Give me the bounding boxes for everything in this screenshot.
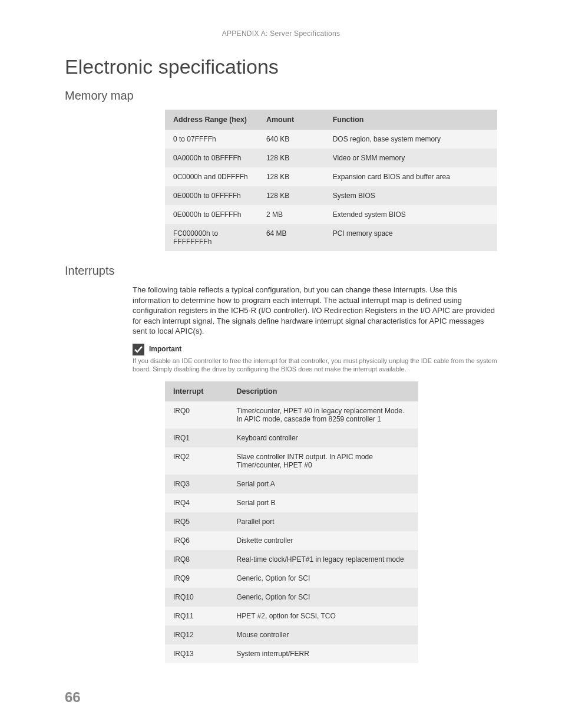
note-title: Important (149, 345, 181, 354)
table-cell: IRQ6 (165, 531, 229, 550)
table-row: IRQ4Serial port B (165, 493, 418, 512)
table-row: IRQ6Diskette controller (165, 531, 418, 550)
table-cell: 0C0000h and 0DFFFFh (165, 167, 258, 186)
table-row: 0C0000h and 0DFFFFh128 KBExpansion card … (165, 167, 497, 186)
table-cell: IRQ8 (165, 550, 229, 569)
col-header: Description (229, 381, 419, 401)
table-row: IRQ12Mouse controller (165, 625, 418, 644)
important-note: Important If you disable an IDE controll… (133, 344, 497, 374)
note-body: If you disable an IDE controller to free… (133, 357, 497, 373)
table-cell: IRQ1 (165, 429, 229, 447)
table-cell: Mouse controller (229, 625, 419, 644)
table-row: IRQ2Slave controller INTR output. In API… (165, 447, 418, 475)
table-cell: IRQ3 (165, 475, 229, 493)
table-cell: IRQ2 (165, 447, 229, 475)
table-header-row: Interrupt Description (165, 381, 418, 401)
page-title: Electronic specifications (65, 55, 497, 78)
table-cell: Extended system BIOS (325, 205, 497, 224)
table-cell: 0 to 07FFFFh (165, 130, 258, 149)
table-cell: Generic, Option for SCI (229, 569, 419, 588)
col-header: Amount (258, 110, 325, 130)
table-row: IRQ10Generic, Option for SCI (165, 588, 418, 607)
table-cell: Slave controller INTR output. In APIC mo… (229, 447, 419, 475)
table-cell: Serial port B (229, 493, 419, 512)
section-heading-interrupts: Interrupts (65, 264, 497, 278)
table-row: 0E0000h to 0FFFFFh128 KBSystem BIOS (165, 186, 497, 205)
table-cell: Generic, Option for SCI (229, 588, 419, 607)
table-row: IRQ8Real-time clock/HPET#1 in legacy rep… (165, 550, 418, 569)
table-cell: PCI memory space (325, 224, 497, 251)
interrupts-table-block: Interrupt Description IRQ0Timer/counter,… (165, 381, 418, 663)
table-row: FC000000h to FFFFFFFFh64 MBPCI memory sp… (165, 224, 497, 251)
table-cell: DOS region, base system memory (325, 130, 497, 149)
table-cell: HPET #2, option for SCSI, TCO (229, 607, 419, 625)
memory-map-table-block: Address Range (hex) Amount Function 0 to… (165, 110, 497, 251)
table-row: IRQ9Generic, Option for SCI (165, 569, 418, 588)
table-cell: 64 MB (258, 224, 325, 251)
table-cell: Keyboard controller (229, 429, 419, 447)
table-cell: IRQ11 (165, 607, 229, 625)
section-heading-memory-map: Memory map (65, 89, 497, 103)
table-row: IRQ5Parallel port (165, 512, 418, 531)
table-cell: System interrupt/FERR (229, 644, 419, 663)
col-header: Function (325, 110, 497, 130)
table-cell: 0E0000h to 0EFFFFh (165, 205, 258, 224)
table-row: IRQ1Keyboard controller (165, 429, 418, 447)
col-header: Address Range (hex) (165, 110, 258, 130)
table-row: IRQ11HPET #2, option for SCSI, TCO (165, 607, 418, 625)
table-row: 0 to 07FFFFh640 KBDOS region, base syste… (165, 130, 497, 149)
interrupts-table: Interrupt Description IRQ0Timer/counter,… (165, 381, 418, 663)
checkmark-icon (133, 344, 144, 355)
table-cell: 128 KB (258, 149, 325, 167)
table-cell: IRQ13 (165, 644, 229, 663)
table-cell: IRQ12 (165, 625, 229, 644)
table-cell: IRQ9 (165, 569, 229, 588)
page-header: APPENDIX A: Server Specifications (65, 29, 497, 38)
interrupts-paragraph: The following table reflects a typical c… (133, 285, 497, 337)
table-cell: 640 KB (258, 130, 325, 149)
table-header-row: Address Range (hex) Amount Function (165, 110, 497, 130)
table-cell: IRQ4 (165, 493, 229, 512)
table-cell: Expansion card BIOS and buffer area (325, 167, 497, 186)
memory-map-table: Address Range (hex) Amount Function 0 to… (165, 110, 497, 251)
table-cell: 128 KB (258, 186, 325, 205)
table-cell: IRQ5 (165, 512, 229, 531)
table-cell: 128 KB (258, 167, 325, 186)
table-cell: Parallel port (229, 512, 419, 531)
table-row: 0E0000h to 0EFFFFh2 MBExtended system BI… (165, 205, 497, 224)
table-row: IRQ13System interrupt/FERR (165, 644, 418, 663)
table-cell: Timer/counter, HPET #0 in legacy replace… (229, 401, 419, 429)
table-cell: Video or SMM memory (325, 149, 497, 167)
table-row: 0A0000h to 0BFFFFh128 KBVideo or SMM mem… (165, 149, 497, 167)
table-cell: 2 MB (258, 205, 325, 224)
table-row: IRQ0Timer/counter, HPET #0 in legacy rep… (165, 401, 418, 429)
table-cell: 0A0000h to 0BFFFFh (165, 149, 258, 167)
table-cell: Diskette controller (229, 531, 419, 550)
col-header: Interrupt (165, 381, 229, 401)
table-row: IRQ3Serial port A (165, 475, 418, 493)
table-cell: 0E0000h to 0FFFFFh (165, 186, 258, 205)
table-cell: Serial port A (229, 475, 419, 493)
table-cell: Real-time clock/HPET#1 in legacy replace… (229, 550, 419, 569)
table-cell: FC000000h to FFFFFFFFh (165, 224, 258, 251)
table-cell: System BIOS (325, 186, 497, 205)
table-cell: IRQ10 (165, 588, 229, 607)
page-number: 66 (65, 689, 81, 706)
table-cell: IRQ0 (165, 401, 229, 429)
